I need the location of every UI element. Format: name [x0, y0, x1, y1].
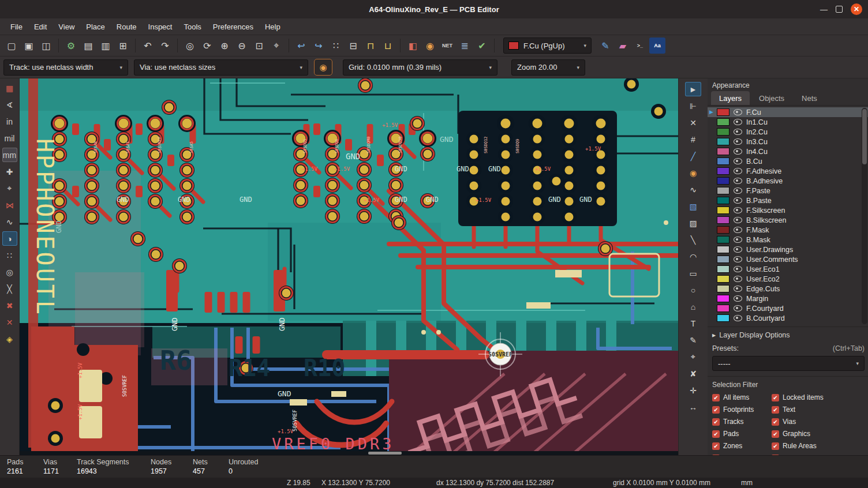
sketch-tracks-button[interactable]: ╳ — [2, 281, 17, 296]
menu-view[interactable]: View — [53, 21, 80, 33]
units-inches-button[interactable]: in — [2, 114, 17, 129]
zoom-out-button[interactable]: ⊖ — [234, 37, 250, 54]
full-window-crosshair-button[interactable]: ⌖ — [2, 181, 17, 196]
canvas-hscrollbar-thumb[interactable] — [368, 452, 402, 455]
menu-tools[interactable]: Tools — [178, 21, 207, 33]
layer-row-f-paste[interactable]: F.Paste — [708, 186, 868, 196]
layer-color-swatch[interactable] — [717, 167, 729, 175]
titlebar[interactable]: A64-OlinuXino_Rev_E — PCB Editor — ✕ — [0, 0, 868, 18]
appearance-manager-button[interactable]: ✎ — [597, 37, 613, 54]
undo-button[interactable]: ↶ — [140, 37, 156, 54]
layer-row-margin[interactable]: Margin — [708, 294, 868, 303]
add-text-button[interactable]: T — [685, 316, 701, 331]
checkbox-checked-icon[interactable]: ✔ — [712, 418, 720, 426]
undo-view-button[interactable]: ↩ — [293, 37, 309, 54]
layer-color-swatch[interactable] — [717, 256, 729, 263]
filter-text[interactable]: ✔Text — [772, 406, 865, 414]
board-setup-button[interactable]: ⚙ — [63, 37, 79, 54]
select-tool-button[interactable]: ► — [685, 82, 701, 96]
menu-place[interactable]: Place — [80, 21, 111, 33]
sketch-pads-button[interactable]: ∷ — [2, 248, 17, 262]
draw-line-button[interactable]: ╲ — [685, 232, 701, 247]
layer-row-in3-cu[interactable]: In3.Cu — [708, 137, 868, 147]
minimize-button[interactable]: — — [820, 5, 828, 14]
layer-row-f-courtyard[interactable]: F.Courtyard — [708, 303, 868, 313]
zoom-fit-button[interactable]: ⊡ — [251, 37, 267, 54]
layer-row-edge-cuts[interactable]: Edge.Cuts — [708, 284, 868, 294]
visibility-eye-icon[interactable] — [734, 256, 742, 262]
tab-nets[interactable]: Nets — [794, 91, 825, 105]
menu-preferences[interactable]: Preferences — [207, 21, 259, 33]
plot-button[interactable]: ▥ — [98, 37, 114, 54]
draw-zone-button[interactable]: ∿ — [685, 182, 701, 197]
local-ratsnest-button[interactable]: # — [685, 132, 701, 147]
checkbox-checked-icon[interactable]: ✔ — [712, 394, 720, 401]
show-ratsnest-button[interactable]: ⋈ — [2, 198, 17, 212]
text-variables-button[interactable]: Aa — [649, 37, 665, 54]
via-colors-button[interactable]: ◉ — [422, 37, 438, 54]
visibility-eye-icon[interactable] — [734, 178, 742, 184]
place-via-button[interactable]: ◉ — [685, 166, 701, 180]
active-layer-dropdown[interactable]: F.Cu (PgUp) ▾ — [503, 37, 592, 54]
close-button[interactable]: ✕ — [851, 3, 862, 15]
layer-color-swatch[interactable] — [717, 157, 729, 165]
refresh-button[interactable]: ⟳ — [199, 37, 215, 54]
layer-color-swatch[interactable] — [717, 128, 729, 136]
menu-route[interactable]: Route — [111, 21, 143, 33]
drc-check-button[interactable]: ✔ — [474, 37, 490, 54]
layer-display-options[interactable]: ▸ Layer Display Options — [708, 326, 868, 343]
visibility-eye-icon[interactable] — [734, 266, 742, 272]
layer-color-swatch[interactable] — [717, 187, 729, 194]
hide-drc-exclusions-button[interactable]: ✕ — [2, 315, 17, 329]
scripting-console-button[interactable]: >_ — [632, 37, 648, 54]
layer-color-swatch[interactable] — [717, 216, 729, 224]
open-board-button[interactable]: ▣ — [21, 37, 37, 54]
track-width-dropdown[interactable]: Track: use netclass width ▾ — [3, 59, 128, 76]
visibility-eye-icon[interactable] — [734, 276, 742, 282]
layer-color-swatch[interactable] — [717, 246, 729, 253]
filter-rule-areas[interactable]: ✔Rule Areas — [772, 442, 865, 450]
redo-button[interactable]: ↷ — [157, 37, 173, 54]
measure-caliper-button[interactable]: ⊩ — [685, 99, 701, 113]
keepout-area-button[interactable]: ▨ — [685, 216, 701, 230]
rule-area-button[interactable]: ▧ — [685, 199, 701, 213]
lock-button[interactable]: ⊓ — [362, 37, 379, 54]
layer-row-b-paste[interactable]: B.Paste — [708, 196, 868, 205]
draw-circle-button[interactable]: ○ — [685, 283, 701, 297]
curved-ratsnest-button[interactable]: ∿ — [2, 215, 17, 229]
layer-color-swatch[interactable] — [717, 305, 729, 312]
layer-color-swatch[interactable] — [717, 295, 729, 302]
find-button[interactable]: ◎ — [182, 37, 198, 54]
layer-row-b-silkscreen[interactable]: B.Silkscreen — [708, 215, 868, 225]
layer-row-user-eco2[interactable]: User.Eco2 — [708, 274, 868, 284]
layer-color-swatch[interactable] — [717, 265, 729, 273]
layer-row-in4-cu[interactable]: In4.Cu — [708, 147, 868, 156]
visibility-eye-icon[interactable] — [734, 286, 742, 292]
layer-color-swatch[interactable] — [717, 138, 729, 145]
layer-row-f-silkscreen[interactable]: F.Silkscreen — [708, 205, 868, 215]
drill-origin-button[interactable]: ⌖ — [685, 350, 701, 364]
grid-origin-button[interactable]: ✛ — [685, 383, 701, 397]
draw-polygon-button[interactable]: ⌂ — [685, 299, 701, 314]
checkbox-checked-icon[interactable]: ✔ — [712, 430, 720, 438]
visibility-eye-icon[interactable] — [734, 148, 742, 155]
layer-row-b-adhesive[interactable]: B.Adhesive — [708, 176, 868, 186]
layer-color-swatch[interactable] — [717, 118, 729, 126]
zoom-selection-button[interactable]: ⌖ — [268, 37, 285, 54]
save-board-button[interactable]: ◫ — [38, 37, 54, 54]
highlight-net-button[interactable]: NET — [439, 37, 455, 54]
layer-color-swatch[interactable] — [717, 108, 729, 116]
net-inspector-button[interactable]: ≣ — [457, 37, 473, 54]
visibility-eye-icon[interactable] — [734, 227, 742, 233]
sketch-vias-button[interactable]: ◎ — [2, 265, 17, 279]
footprint-editor-button[interactable]: ◧ — [405, 37, 421, 54]
layer-row-user-comments[interactable]: User.Comments — [708, 254, 868, 264]
layer-color-swatch[interactable] — [717, 177, 729, 185]
menu-inspect[interactable]: Inspect — [143, 21, 178, 33]
visibility-eye-icon[interactable] — [734, 237, 742, 243]
new-board-button[interactable]: ▢ — [3, 37, 20, 54]
toggle-grid-button[interactable]: ▦ — [2, 81, 17, 95]
visibility-eye-icon[interactable] — [734, 158, 742, 164]
menu-file[interactable]: File — [5, 21, 28, 33]
delete-tool-button[interactable]: ✘ — [685, 366, 701, 381]
